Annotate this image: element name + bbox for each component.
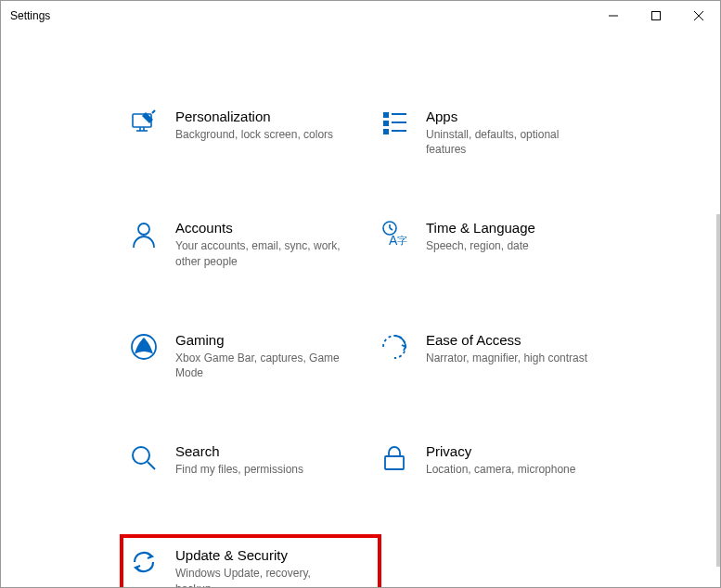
tile-title: Gaming [175,332,372,348]
tile-apps[interactable]: Apps Uninstall, defaults, optional featu… [380,105,630,160]
time-language-icon: A 字 [380,220,409,249]
tile-time-language[interactable]: A 字 Time & Language Speech, region, date [380,216,630,272]
update-security-icon [129,547,159,577]
tile-title: Update & Security [175,547,372,563]
apps-icon [380,109,409,138]
titlebar: Settings [1,1,720,31]
ease-of-access-icon [380,332,409,362]
tile-search[interactable]: Search Find my files, permissions [129,440,380,480]
svg-line-18 [390,228,393,230]
minimize-button[interactable] [592,1,635,31]
svg-rect-10 [383,121,389,126]
svg-rect-14 [392,130,406,132]
svg-point-15 [138,224,149,235]
window-title: Settings [10,9,50,22]
tile-update-security[interactable]: Update & Security Windows Update, recove… [122,536,380,588]
settings-grid: Personalization Background, lock screen,… [129,105,720,588]
tile-desc: Narrator, magnifier, high contrast [426,351,593,365]
tile-title: Accounts [175,220,372,236]
svg-rect-13 [392,121,406,123]
settings-content: Personalization Background, lock screen,… [1,31,720,588]
svg-line-23 [148,462,155,469]
svg-point-22 [133,447,149,464]
tile-desc: Xbox Game Bar, captures, Game Mode [175,351,342,380]
svg-line-8 [152,110,155,113]
tile-ease-of-access[interactable]: Ease of Access Narrator, magnifier, high… [380,328,630,384]
tile-desc: Windows Update, recovery, backup [175,566,342,588]
gaming-icon [129,332,159,362]
svg-text:字: 字 [397,235,407,246]
tile-title: Search [175,443,372,459]
scrollbar[interactable] [716,214,720,567]
tile-desc: Find my files, permissions [175,462,342,477]
svg-rect-9 [383,112,389,118]
svg-rect-11 [383,129,389,134]
tile-title: Apps [426,109,623,124]
tile-desc: Your accounts, email, sync, work, other … [175,238,342,268]
tile-privacy[interactable]: Privacy Location, camera, microphone [380,440,630,480]
accounts-icon [129,220,159,249]
tile-accounts[interactable]: Accounts Your accounts, email, sync, wor… [129,216,380,272]
tile-title: Privacy [426,443,623,459]
tile-desc: Location, camera, microphone [426,462,593,477]
tile-title: Time & Language [426,220,623,236]
window-controls [592,1,720,31]
tile-desc: Uninstall, defaults, optional features [426,127,593,157]
tile-title: Personalization [175,109,372,124]
tile-personalization[interactable]: Personalization Background, lock screen,… [129,105,380,160]
svg-rect-12 [392,113,406,115]
tile-gaming[interactable]: Gaming Xbox Game Bar, captures, Game Mod… [129,328,380,384]
personalization-icon [129,109,159,138]
svg-rect-24 [385,456,404,469]
maximize-button[interactable] [635,1,677,31]
tile-title: Ease of Access [426,332,623,348]
tile-desc: Background, lock screen, colors [175,127,342,142]
privacy-icon [380,443,409,473]
tile-desc: Speech, region, date [426,238,593,253]
search-icon [129,443,159,473]
close-button[interactable] [677,1,720,31]
svg-rect-1 [652,12,661,20]
